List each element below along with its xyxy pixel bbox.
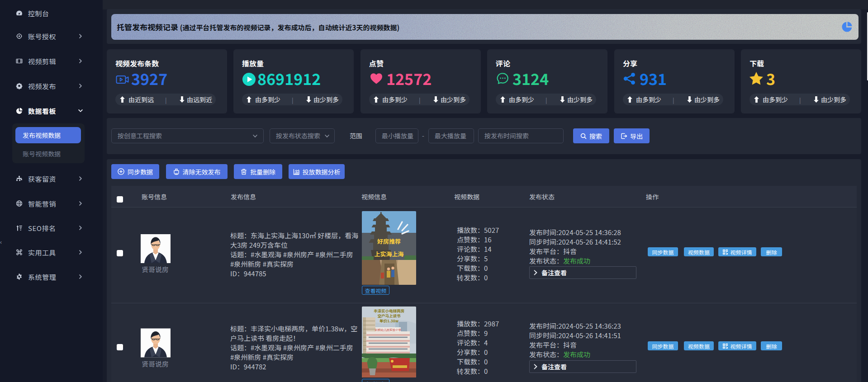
svg-text:好房推荐: 好房推荐 [377, 237, 401, 245]
svg-text:单价1.38w: 单价1.38w [379, 318, 399, 323]
svg-text:上实海上海: 上实海上海 [374, 250, 403, 258]
svg-text:刺桐幼儿园实验小学: 刺桐幼儿园实验小学 [375, 327, 402, 332]
